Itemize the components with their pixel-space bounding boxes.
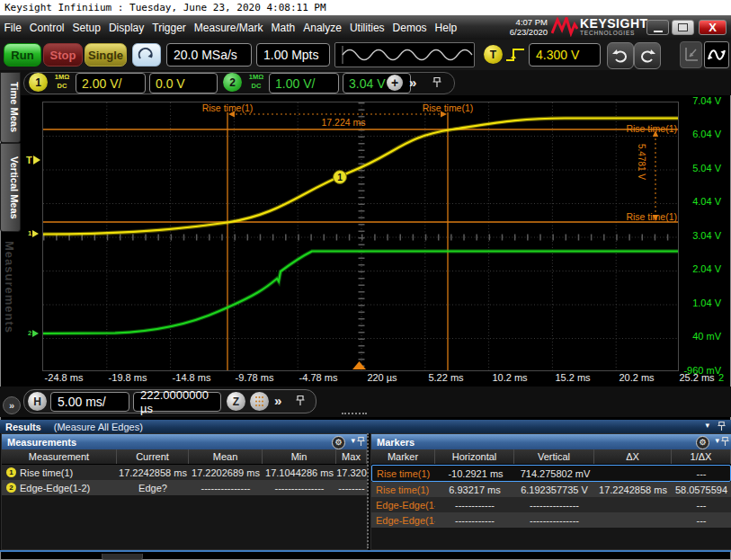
marker2-inv-dx: 58.0575594 — [672, 482, 731, 497]
undo-button[interactable] — [607, 42, 634, 69]
minimize-button[interactable] — [646, 20, 669, 35]
col-measurement[interactable]: Measurement — [2, 449, 117, 464]
tab-time-meas[interactable]: Time Meas — [0, 72, 21, 143]
col-horizontal[interactable]: Horizontal — [435, 449, 514, 464]
menu-trigger[interactable]: Trigger — [148, 22, 191, 34]
channel2-ground-marker[interactable]: 2 — [28, 329, 39, 337]
panel-splitter[interactable] — [367, 433, 370, 548]
markers-pin-icon[interactable] — [721, 436, 729, 449]
timebase-scale-field[interactable]: 5.00 ms/ — [50, 392, 129, 412]
results-titlebar[interactable]: Results (Measure All Edges) ▾ — [0, 420, 731, 433]
marker1-horizontal: -10.2921 ms — [436, 466, 515, 481]
trigger-edge-icon[interactable] — [504, 45, 526, 68]
trigger-level-field[interactable]: 4.300 V — [529, 43, 601, 67]
trigger-source-badge[interactable]: T — [484, 45, 503, 64]
markers-header[interactable]: Markers ⚙ ▾ — [371, 434, 731, 449]
add-channel-button[interactable]: + — [387, 75, 403, 91]
markers-title: Markers — [377, 437, 415, 448]
single-button[interactable]: Single — [85, 43, 127, 67]
col-max[interactable]: Max — [336, 449, 367, 464]
grid-cursor-icon — [683, 46, 700, 64]
vaxis-label: 3.04 V — [682, 230, 721, 241]
channel2-coupling[interactable]: 1MΩ DC — [245, 73, 268, 91]
results-pin-icon[interactable] — [718, 421, 726, 433]
waveform-preview[interactable] — [334, 42, 475, 67]
results-title: Results — [5, 422, 41, 432]
bottom-tab-handle[interactable] — [102, 554, 143, 560]
keysight-logo: KEYSIGHT TECHNOLOGIES — [551, 17, 648, 37]
results-dropdown-icon[interactable]: ▾ — [705, 421, 709, 430]
meas2-max: -------- — [336, 480, 367, 495]
col-mean[interactable]: Mean — [189, 449, 263, 464]
trigger-level-marker[interactable]: T — [26, 155, 40, 165]
menu-control[interactable]: Control — [25, 22, 68, 34]
waveform-display[interactable]: 1 Rise time(1) Rise time(1) 17.224 ms Ri… — [42, 102, 679, 371]
run-button[interactable]: Run — [4, 43, 41, 67]
intensity-button[interactable] — [250, 392, 269, 411]
hbar-pin-icon[interactable] — [296, 394, 305, 410]
channel1-ground-marker[interactable]: 1 — [28, 229, 39, 237]
menu-analyze[interactable]: Analyze — [299, 22, 346, 34]
marker-row[interactable]: Rise time(1) 6.93217 ms 6.192357735 V 17… — [371, 482, 731, 497]
channel1-scale-field[interactable]: 2.00 V/ — [76, 73, 146, 93]
zoom-button[interactable]: Z — [227, 392, 245, 411]
marker-row[interactable]: Rise time(1) -10.2921 ms 714.275802 mV -… — [371, 465, 731, 482]
restore-button[interactable] — [672, 20, 694, 35]
channel2-scale-field[interactable]: 1.00 V/ — [269, 73, 339, 93]
hbar-chevrons[interactable]: » — [274, 393, 281, 409]
sample-rate-field[interactable]: 20.0 MSa/s — [166, 43, 252, 67]
col-min[interactable]: Min — [263, 449, 336, 464]
menu-math[interactable]: Math — [267, 22, 299, 34]
grid-tool-button[interactable] — [680, 41, 702, 68]
channel-expand-chevrons[interactable]: » — [409, 75, 416, 91]
redo-button[interactable] — [634, 42, 661, 69]
channel1-badge[interactable]: 1 — [29, 73, 48, 92]
col-marker[interactable]: Marker — [371, 449, 435, 464]
measurements-gear-icon[interactable]: ⚙ — [332, 436, 345, 449]
channel1-coupling[interactable]: 1MΩ DC — [50, 73, 74, 91]
marker1-vertical: 714.275802 mV — [515, 466, 595, 481]
marker3-vertical: --------------- — [514, 497, 594, 512]
touch-button[interactable] — [132, 43, 161, 67]
brand-subname: TECHNOLOGIES — [580, 30, 648, 36]
measurements-header[interactable]: Measurements ⚙ ▾ — [2, 434, 367, 449]
channel1-trace — [43, 119, 678, 235]
tab-vertical-meas[interactable]: Vertical Meas — [0, 143, 21, 232]
stop-button[interactable]: Stop — [43, 43, 83, 67]
measurement-row[interactable]: 1Rise time(1) 17.2242858 ms 17.2202689 m… — [2, 465, 367, 480]
marker-row[interactable]: Edge-Edge(1-2) ------------ ------------… — [371, 497, 731, 512]
hbar-expand-button[interactable]: » — [3, 396, 21, 414]
channel2-badge[interactable]: 2 — [223, 73, 242, 92]
menu-help[interactable]: Help — [431, 22, 461, 34]
menu-file[interactable]: File — [0, 22, 25, 34]
waveform-tool-button[interactable] — [704, 41, 729, 68]
marker-row[interactable]: Edge-Edge(1-2) ------------ ------------… — [371, 512, 731, 528]
meas1-name: Rise time(1) — [20, 467, 73, 478]
menu-setup[interactable]: Setup — [68, 22, 104, 34]
markers-dropdown-icon[interactable]: ▾ — [715, 436, 719, 445]
col-inv-dx[interactable]: 1/ΔX — [672, 449, 731, 464]
scope-graticule: 1 — [43, 102, 678, 370]
horizontal-badge[interactable]: H — [28, 392, 47, 411]
menu-display[interactable]: Display — [104, 22, 147, 34]
memory-depth-field[interactable]: 1.00 Mpts — [256, 43, 330, 67]
timebase-position-field[interactable]: 222.0000000 µs — [133, 392, 221, 412]
taxis-label: 15.2 ms — [555, 372, 590, 383]
measurement-row[interactable]: 2Edge-Edge(1-2) Edge? --------------- --… — [2, 480, 367, 495]
close-button[interactable]: X — [699, 20, 727, 35]
channel1-offset-field[interactable]: 0.0 V — [149, 73, 218, 93]
panel-drag-handle[interactable] — [342, 413, 367, 416]
minimize-icon — [654, 31, 663, 32]
col-dx[interactable]: ΔX — [594, 449, 672, 464]
measurements-pin-icon[interactable] — [357, 436, 365, 449]
col-vertical[interactable]: Vertical — [514, 449, 594, 464]
trace1-badge[interactable]: 1 — [334, 171, 347, 184]
measurements-dropdown-icon[interactable]: ▾ — [351, 436, 355, 445]
menu-utilities[interactable]: Utilities — [345, 22, 388, 34]
channel-pin-icon[interactable] — [432, 76, 441, 92]
col-current[interactable]: Current — [117, 449, 189, 464]
menu-measure-mark[interactable]: Measure/Mark — [190, 22, 267, 34]
markers-gear-icon[interactable]: ⚙ — [696, 436, 709, 449]
taxis-label: 5.22 ms — [428, 372, 463, 383]
menu-demos[interactable]: Demos — [388, 22, 431, 34]
